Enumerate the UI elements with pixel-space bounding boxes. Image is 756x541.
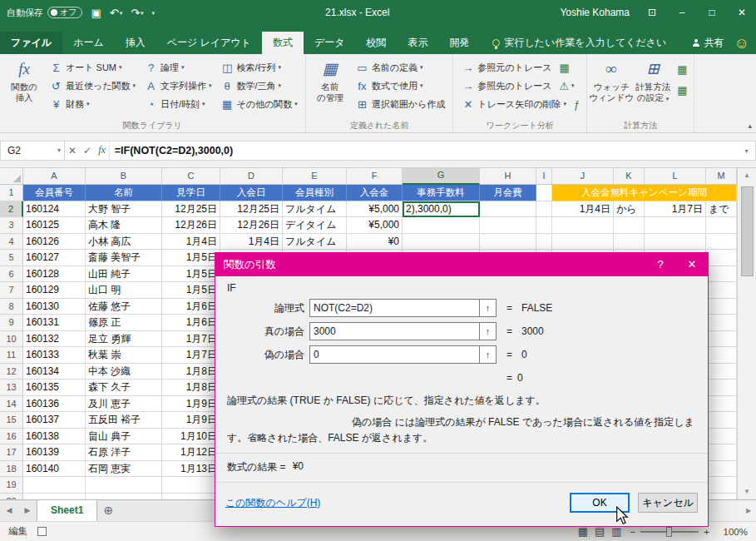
- row-header-10[interactable]: 10: [0, 331, 23, 348]
- cancel-button[interactable]: キャンセル: [638, 493, 698, 513]
- cell[interactable]: [706, 396, 737, 413]
- cell[interactable]: ¥5,000: [347, 201, 403, 218]
- row-header-9[interactable]: 9: [0, 315, 23, 331]
- scroll-down-icon[interactable]: ▼: [744, 484, 750, 499]
- value-if-true-input[interactable]: 3000: [309, 322, 480, 340]
- cell[interactable]: 160133: [23, 347, 86, 364]
- cell[interactable]: 160128: [23, 266, 86, 283]
- cell[interactable]: 12月26日: [162, 217, 220, 234]
- column-header-L[interactable]: L: [645, 168, 706, 185]
- cell[interactable]: [86, 477, 162, 494]
- column-header-K[interactable]: K: [614, 168, 645, 185]
- cell[interactable]: 1月7日: [162, 331, 220, 348]
- cell[interactable]: 斎藤 美智子: [86, 250, 162, 266]
- tab-view[interactable]: 表示: [398, 32, 439, 54]
- column-header-F[interactable]: F: [347, 168, 403, 185]
- cell[interactable]: [552, 217, 614, 234]
- tab-review[interactable]: 校閲: [356, 32, 398, 54]
- cell[interactable]: 1月4日: [552, 201, 614, 218]
- cell[interactable]: [706, 315, 737, 331]
- undo-button[interactable]: ↶▾: [110, 7, 122, 18]
- cell[interactable]: 12月25日: [220, 201, 283, 218]
- cell[interactable]: [706, 444, 737, 461]
- cell[interactable]: から: [614, 201, 645, 218]
- column-title-cell[interactable]: 月会費: [480, 185, 536, 201]
- value-if-false-range-picker-button[interactable]: ↑: [480, 345, 497, 364]
- sheet-tab-sheet1[interactable]: Sheet1: [37, 500, 97, 521]
- row-header-17[interactable]: 17: [0, 444, 23, 461]
- cell[interactable]: 160130: [23, 299, 86, 315]
- formula-input[interactable]: =IF(NOT(C2=D2),3000,0): [109, 141, 738, 161]
- row-header-6[interactable]: 6: [0, 266, 23, 283]
- tab-page-layout[interactable]: ページ レイアウト: [156, 32, 262, 54]
- cell[interactable]: 1月10日: [162, 429, 220, 445]
- cell[interactable]: [706, 494, 737, 500]
- cell[interactable]: フルタイム: [283, 234, 347, 251]
- column-title-cell[interactable]: 会員種別: [283, 185, 347, 201]
- row-header-15[interactable]: 15: [0, 412, 23, 429]
- zoom-slider-thumb[interactable]: [666, 527, 672, 537]
- cell[interactable]: [403, 217, 480, 234]
- cell[interactable]: [706, 364, 737, 380]
- cell[interactable]: [645, 234, 706, 251]
- cell[interactable]: 1月4日: [220, 234, 283, 251]
- cell[interactable]: 1月6日: [162, 299, 220, 315]
- autosave-toggle[interactable]: 自動保存 オフ: [7, 7, 82, 19]
- column-header-I[interactable]: I: [536, 168, 552, 185]
- cell[interactable]: 足立 勇輝: [86, 331, 162, 348]
- share-button[interactable]: 共有: [693, 36, 724, 50]
- cell[interactable]: [480, 234, 536, 251]
- select-all-corner[interactable]: [0, 168, 23, 185]
- cell[interactable]: 160135: [23, 380, 86, 396]
- cell[interactable]: [614, 234, 645, 251]
- ribbon-button-text-functions[interactable]: A文字列操作▾: [140, 77, 216, 95]
- cell[interactable]: [480, 217, 536, 234]
- cell[interactable]: ¥0: [347, 234, 403, 251]
- ribbon-button-error-checking[interactable]: ⚠▾: [556, 77, 577, 95]
- column-title-cell[interactable]: 会員番号: [23, 185, 86, 201]
- zoom-slider[interactable]: [640, 531, 699, 533]
- cell[interactable]: [706, 217, 737, 234]
- formula-enter-button[interactable]: ✓: [83, 145, 91, 156]
- cell[interactable]: [536, 234, 552, 251]
- tab-data[interactable]: データ: [304, 32, 356, 54]
- zoom-level[interactable]: 100%: [718, 527, 748, 537]
- tab-home[interactable]: ホーム: [62, 32, 115, 54]
- ribbon-button-name-manager[interactable]: ▦名前の管理: [309, 57, 351, 120]
- ribbon-button-create-from-selection[interactable]: ⊞選択範囲から作成: [351, 95, 450, 113]
- row-header-4[interactable]: 4: [0, 234, 23, 251]
- ribbon-display-options-button[interactable]: ⊡: [645, 7, 660, 18]
- cell[interactable]: 1月7日: [645, 201, 706, 218]
- cell[interactable]: [706, 234, 737, 251]
- cell[interactable]: 160140: [23, 461, 86, 478]
- dialog-close-button[interactable]: ✕: [676, 253, 708, 276]
- row-header-2[interactable]: 2: [0, 201, 23, 218]
- cell[interactable]: [706, 461, 737, 478]
- ribbon-button-use-in-formula[interactable]: fx数式で使用▾: [351, 77, 450, 95]
- cell[interactable]: 160138: [23, 429, 86, 445]
- cell[interactable]: 12月25日: [162, 201, 220, 218]
- column-title-cell[interactable]: 入会金: [347, 185, 403, 201]
- row-header-18[interactable]: 18: [0, 461, 23, 478]
- cell[interactable]: 1月8日: [162, 380, 220, 396]
- value-if-false-input[interactable]: 0: [309, 345, 480, 364]
- maximize-button[interactable]: □: [704, 7, 719, 18]
- normal-view-button[interactable]: ▦: [578, 525, 588, 538]
- column-title-cell[interactable]: 見学日: [162, 185, 220, 201]
- cell[interactable]: 中本 沙織: [86, 364, 162, 380]
- cell[interactable]: 1月7日: [162, 347, 220, 364]
- cell[interactable]: デイタイム: [283, 217, 347, 234]
- column-header-G[interactable]: G: [403, 168, 480, 185]
- ribbon-button-calculate-now[interactable]: ▦: [674, 60, 690, 78]
- cell[interactable]: 1月5日: [162, 250, 220, 266]
- cell[interactable]: 160134: [23, 364, 86, 380]
- dialog-help-button[interactable]: ?: [645, 253, 676, 276]
- cell[interactable]: 大野 智子: [86, 201, 162, 218]
- tell-me-box[interactable]: 実行したい作業を入力してください: [492, 32, 667, 54]
- cell[interactable]: [706, 347, 737, 364]
- cell[interactable]: 五反田 裕子: [86, 412, 162, 429]
- collapse-ribbon-button[interactable]: ▴: [748, 122, 752, 130]
- macro-record-icon[interactable]: [37, 527, 47, 536]
- cell[interactable]: [706, 331, 737, 348]
- vertical-scrollbar-thumb[interactable]: [741, 186, 754, 276]
